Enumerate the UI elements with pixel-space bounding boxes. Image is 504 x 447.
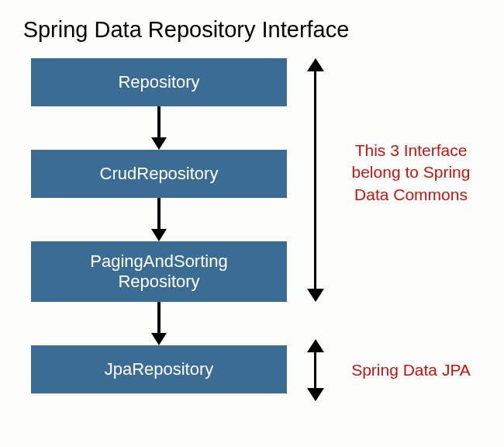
box-crud-repository: CrudRepository (31, 150, 287, 198)
box-paging-sorting-repository: PagingAndSorting Repository (31, 241, 287, 302)
annotation-jpa: Spring Data JPA (341, 359, 481, 381)
diagram-title: Spring Data Repository Interface (0, 0, 372, 58)
box-jpa-repository: JpaRepository (31, 345, 287, 393)
annotation-commons-line1: This 3 Interface (341, 140, 481, 161)
diagram-body: Repository CrudRepository PagingAndSorti… (0, 58, 504, 446)
annotation-commons-line2: belong to Spring (341, 161, 481, 183)
annotation-jpa-text: Spring Data JPA (351, 361, 471, 379)
box-paging-label-1: PagingAndSorting (90, 251, 227, 272)
box-crud-label: CrudRepository (100, 164, 219, 184)
annotation-commons: This 3 Interface belong to Spring Data C… (341, 140, 481, 206)
box-paging-label-2: Repository (118, 272, 199, 292)
annotation-commons-line3: Data Commons (341, 184, 481, 206)
box-jpa-label: JpaRepository (105, 359, 214, 379)
box-repository-label: Repository (118, 72, 199, 92)
box-repository: Repository (31, 58, 287, 106)
